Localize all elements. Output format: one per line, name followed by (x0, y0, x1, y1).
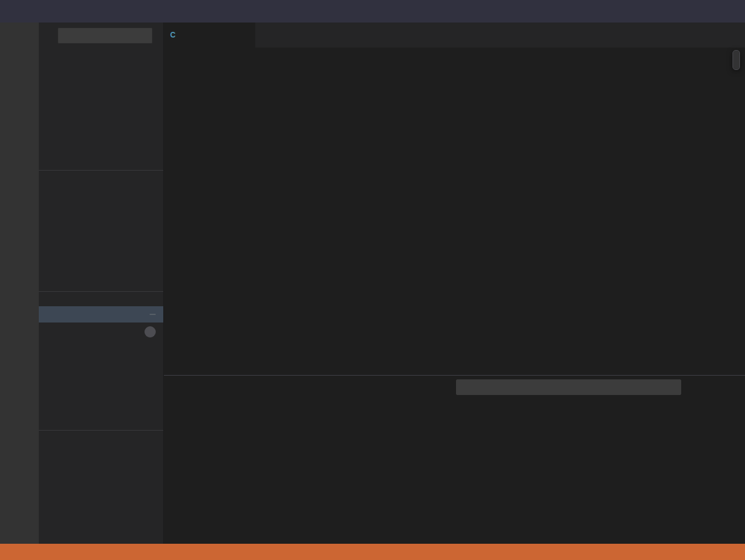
debug-config-dropdown[interactable] (58, 28, 153, 44)
vscode-window: C (0, 0, 745, 560)
code-editor[interactable] (164, 61, 745, 375)
activity-bar (0, 22, 39, 544)
chevron-down-icon (41, 296, 49, 303)
call-stack-empty-space (39, 341, 163, 430)
run-or-debug-button[interactable] (666, 27, 682, 43)
start-debugging-icon[interactable] (63, 31, 71, 40)
close-tab-icon[interactable] (239, 30, 249, 40)
maximize-panel-button[interactable] (707, 381, 721, 394)
close-icon (727, 382, 737, 392)
split-editor-icon (707, 30, 717, 40)
chevron-down-icon (140, 32, 148, 39)
editor-area: C (164, 22, 745, 544)
maximize-button[interactable] (690, 0, 717, 22)
debug-sidebar (39, 22, 164, 544)
variables-section-header[interactable] (39, 49, 163, 64)
layout-panel-icon (614, 6, 624, 16)
breakpoints-list (39, 445, 163, 544)
maximize-icon (699, 7, 709, 16)
vscode-logo-icon (8, 6, 19, 18)
call-stack-badge-row (39, 322, 163, 341)
title-bar (0, 0, 745, 22)
debug-config-row (39, 22, 163, 49)
close-icon (727, 7, 736, 16)
chevron-down-icon (41, 434, 49, 442)
toggle-primary-sidebar-button[interactable] (592, 0, 610, 22)
chevron-down-icon (41, 52, 49, 60)
panel-actions (689, 381, 739, 394)
gear-icon (688, 30, 698, 40)
output-filter-button[interactable] (689, 381, 702, 394)
split-editor-button[interactable] (704, 27, 721, 43)
stack-frame-location-badge (150, 314, 156, 315)
breadcrumb (164, 48, 745, 61)
stack-frame-row[interactable] (39, 306, 163, 322)
close-panel-button[interactable] (725, 381, 739, 394)
toggle-secondary-sidebar-button[interactable] (627, 0, 645, 22)
customize-layout-button[interactable] (645, 0, 662, 22)
layout-sidebar-right-icon (631, 6, 641, 16)
minimize-icon (672, 7, 681, 16)
debug-toolbar (732, 50, 740, 70)
status-bar-right (740, 544, 745, 560)
layout-grid-icon (649, 6, 659, 16)
editor-actions (666, 22, 745, 48)
toggle-panel-button[interactable] (610, 0, 627, 22)
more-actions-button[interactable] (724, 27, 740, 43)
breakpoints-section-header[interactable] (39, 430, 163, 445)
ellipsis-icon (727, 30, 737, 40)
chevron-up-icon (709, 382, 719, 392)
debug-console-output[interactable] (164, 399, 745, 528)
variables-tree (39, 64, 163, 114)
tab-main-c[interactable]: C (164, 22, 255, 48)
status-bar (0, 544, 745, 560)
collapse-all-icon[interactable] (148, 52, 157, 61)
variables-empty-space (39, 114, 163, 170)
call-stack-section-header[interactable] (39, 291, 163, 306)
c-file-icon: C (170, 31, 176, 39)
settings-gear-button[interactable] (685, 27, 701, 43)
chevron-down-icon (41, 174, 49, 182)
layout-sidebar-left-icon (596, 6, 606, 16)
window-actions (592, 0, 745, 22)
editor-tab-bar: C (164, 22, 745, 48)
close-button[interactable] (717, 0, 745, 22)
bottom-panel (164, 375, 745, 544)
panel-tab-bar (164, 376, 745, 399)
call-stack-counter-badge (144, 326, 156, 338)
filter-list-icon (691, 382, 701, 392)
console-filter-input[interactable] (456, 379, 681, 395)
chevron-down-icon (676, 36, 681, 41)
watch-empty-space (39, 185, 163, 291)
console-prompt-row[interactable] (164, 528, 745, 544)
minimize-button[interactable] (662, 0, 690, 22)
watch-section-header[interactable] (39, 170, 163, 185)
